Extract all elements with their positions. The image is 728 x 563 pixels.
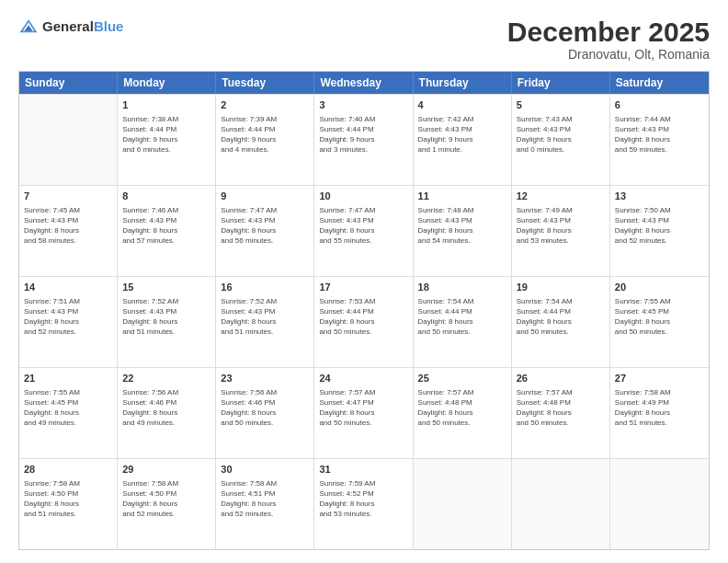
cell-info: Sunrise: 7:47 AM Sunset: 4:43 PM Dayligh…	[319, 205, 407, 247]
calendar-cell: 7Sunrise: 7:45 AM Sunset: 4:43 PM Daylig…	[19, 186, 118, 276]
cell-info: Sunrise: 7:45 AM Sunset: 4:43 PM Dayligh…	[24, 205, 112, 247]
calendar-cell: 20Sunrise: 7:55 AM Sunset: 4:45 PM Dayli…	[610, 277, 709, 367]
day-number: 28	[24, 463, 112, 477]
calendar-cell: 14Sunrise: 7:51 AM Sunset: 4:43 PM Dayli…	[19, 277, 118, 367]
calendar-cell: 26Sunrise: 7:57 AM Sunset: 4:48 PM Dayli…	[512, 368, 610, 458]
calendar-cell: 5Sunrise: 7:43 AM Sunset: 4:43 PM Daylig…	[512, 95, 610, 185]
day-number: 19	[517, 281, 605, 294]
day-number: 12	[517, 190, 605, 203]
day-number: 14	[24, 281, 112, 294]
day-number: 16	[221, 281, 309, 294]
calendar-cell: 19Sunrise: 7:54 AM Sunset: 4:44 PM Dayli…	[512, 277, 610, 367]
calendar-cell: 30Sunrise: 7:58 AM Sunset: 4:51 PM Dayli…	[216, 459, 314, 549]
day-number: 18	[418, 281, 506, 294]
calendar-row: 7Sunrise: 7:45 AM Sunset: 4:43 PM Daylig…	[19, 185, 709, 276]
weekday-header: Friday	[512, 72, 610, 94]
logo-icon	[18, 17, 39, 37]
calendar-cell	[512, 459, 610, 549]
day-number: 25	[418, 372, 506, 385]
cell-info: Sunrise: 7:46 AM Sunset: 4:43 PM Dayligh…	[122, 205, 210, 247]
cell-info: Sunrise: 7:48 AM Sunset: 4:43 PM Dayligh…	[418, 205, 506, 247]
day-number: 10	[319, 190, 407, 203]
calendar-cell: 9Sunrise: 7:47 AM Sunset: 4:43 PM Daylig…	[216, 186, 314, 276]
day-number: 26	[517, 372, 605, 385]
calendar-cell: 3Sunrise: 7:40 AM Sunset: 4:44 PM Daylig…	[314, 95, 413, 185]
cell-info: Sunrise: 7:56 AM Sunset: 4:46 PM Dayligh…	[122, 387, 210, 429]
day-number: 6	[615, 98, 704, 112]
day-number: 15	[122, 281, 210, 294]
calendar-cell: 22Sunrise: 7:56 AM Sunset: 4:46 PM Dayli…	[118, 368, 216, 458]
calendar-row: 28Sunrise: 7:58 AM Sunset: 4:50 PM Dayli…	[19, 458, 709, 549]
cell-info: Sunrise: 7:52 AM Sunset: 4:43 PM Dayligh…	[122, 296, 210, 338]
cell-info: Sunrise: 7:59 AM Sunset: 4:52 PM Dayligh…	[319, 478, 407, 520]
cell-info: Sunrise: 7:58 AM Sunset: 4:50 PM Dayligh…	[24, 478, 112, 520]
day-number: 17	[319, 281, 407, 294]
calendar-row: 21Sunrise: 7:55 AM Sunset: 4:45 PM Dayli…	[19, 367, 709, 458]
day-number: 9	[221, 190, 309, 203]
calendar-header: SundayMondayTuesdayWednesdayThursdayFrid…	[19, 72, 709, 94]
day-number: 7	[24, 190, 112, 203]
cell-info: Sunrise: 7:54 AM Sunset: 4:44 PM Dayligh…	[517, 296, 605, 338]
calendar-cell: 28Sunrise: 7:58 AM Sunset: 4:50 PM Dayli…	[19, 459, 118, 549]
day-number: 2	[221, 98, 309, 112]
day-number: 8	[122, 190, 210, 203]
calendar-cell: 23Sunrise: 7:56 AM Sunset: 4:46 PM Dayli…	[216, 368, 314, 458]
cell-info: Sunrise: 7:39 AM Sunset: 4:44 PM Dayligh…	[221, 114, 309, 155]
weekday-header: Saturday	[610, 72, 709, 94]
day-number: 30	[221, 463, 309, 477]
cell-info: Sunrise: 7:52 AM Sunset: 4:43 PM Dayligh…	[221, 296, 309, 338]
weekday-header: Thursday	[414, 72, 512, 94]
logo-text: General Blue	[42, 19, 123, 35]
cell-info: Sunrise: 7:57 AM Sunset: 4:48 PM Dayligh…	[418, 387, 506, 429]
cell-info: Sunrise: 7:53 AM Sunset: 4:44 PM Dayligh…	[319, 296, 407, 338]
calendar-cell: 1Sunrise: 7:38 AM Sunset: 4:44 PM Daylig…	[118, 95, 216, 185]
calendar-cell: 15Sunrise: 7:52 AM Sunset: 4:43 PM Dayli…	[118, 277, 216, 367]
cell-info: Sunrise: 7:42 AM Sunset: 4:43 PM Dayligh…	[418, 114, 506, 155]
logo-blue: Blue	[94, 19, 124, 35]
cell-info: Sunrise: 7:58 AM Sunset: 4:49 PM Dayligh…	[615, 387, 704, 429]
calendar-cell: 10Sunrise: 7:47 AM Sunset: 4:43 PM Dayli…	[314, 186, 413, 276]
cell-info: Sunrise: 7:49 AM Sunset: 4:43 PM Dayligh…	[517, 205, 605, 247]
calendar-cell: 13Sunrise: 7:50 AM Sunset: 4:43 PM Dayli…	[610, 186, 709, 276]
day-number: 29	[122, 463, 210, 477]
cell-info: Sunrise: 7:55 AM Sunset: 4:45 PM Dayligh…	[615, 296, 704, 338]
cell-info: Sunrise: 7:47 AM Sunset: 4:43 PM Dayligh…	[221, 205, 309, 247]
cell-info: Sunrise: 7:43 AM Sunset: 4:43 PM Dayligh…	[517, 114, 605, 155]
header: General Blue December 2025 Dranovatu, Ol…	[18, 17, 710, 62]
calendar-row: 1Sunrise: 7:38 AM Sunset: 4:44 PM Daylig…	[19, 94, 709, 185]
calendar-cell: 31Sunrise: 7:59 AM Sunset: 4:52 PM Dayli…	[314, 459, 413, 549]
calendar-cell: 6Sunrise: 7:44 AM Sunset: 4:43 PM Daylig…	[610, 95, 709, 185]
cell-info: Sunrise: 7:58 AM Sunset: 4:51 PM Dayligh…	[221, 478, 309, 520]
calendar-cell: 27Sunrise: 7:58 AM Sunset: 4:49 PM Dayli…	[610, 368, 709, 458]
cell-info: Sunrise: 7:55 AM Sunset: 4:45 PM Dayligh…	[24, 387, 112, 429]
calendar-cell	[414, 459, 512, 549]
page: General Blue December 2025 Dranovatu, Ol…	[0, 0, 728, 563]
day-number: 13	[615, 190, 704, 203]
day-number: 31	[319, 463, 407, 477]
calendar-cell: 29Sunrise: 7:58 AM Sunset: 4:50 PM Dayli…	[118, 459, 216, 549]
calendar-cell: 2Sunrise: 7:39 AM Sunset: 4:44 PM Daylig…	[216, 95, 314, 185]
calendar-cell: 4Sunrise: 7:42 AM Sunset: 4:43 PM Daylig…	[414, 95, 512, 185]
calendar: SundayMondayTuesdayWednesdayThursdayFrid…	[18, 71, 710, 550]
calendar-cell: 25Sunrise: 7:57 AM Sunset: 4:48 PM Dayli…	[414, 368, 512, 458]
cell-info: Sunrise: 7:40 AM Sunset: 4:44 PM Dayligh…	[319, 114, 407, 155]
day-number: 1	[122, 98, 210, 112]
cell-info: Sunrise: 7:50 AM Sunset: 4:43 PM Dayligh…	[615, 205, 704, 247]
calendar-cell: 16Sunrise: 7:52 AM Sunset: 4:43 PM Dayli…	[216, 277, 314, 367]
day-number: 27	[615, 372, 704, 385]
cell-info: Sunrise: 7:51 AM Sunset: 4:43 PM Dayligh…	[24, 296, 112, 338]
calendar-cell: 12Sunrise: 7:49 AM Sunset: 4:43 PM Dayli…	[512, 186, 610, 276]
cell-info: Sunrise: 7:38 AM Sunset: 4:44 PM Dayligh…	[122, 114, 210, 155]
day-number: 5	[517, 98, 605, 112]
calendar-cell: 24Sunrise: 7:57 AM Sunset: 4:47 PM Dayli…	[314, 368, 413, 458]
day-number: 22	[122, 372, 210, 385]
calendar-title: December 2025	[507, 17, 710, 47]
calendar-cell	[610, 459, 709, 549]
calendar-cell: 18Sunrise: 7:54 AM Sunset: 4:44 PM Dayli…	[414, 277, 512, 367]
day-number: 23	[221, 372, 309, 385]
cell-info: Sunrise: 7:57 AM Sunset: 4:48 PM Dayligh…	[517, 387, 605, 429]
day-number: 20	[615, 281, 704, 294]
calendar-row: 14Sunrise: 7:51 AM Sunset: 4:43 PM Dayli…	[19, 276, 709, 367]
title-block: December 2025 Dranovatu, Olt, Romania	[507, 17, 710, 62]
day-number: 24	[319, 372, 407, 385]
